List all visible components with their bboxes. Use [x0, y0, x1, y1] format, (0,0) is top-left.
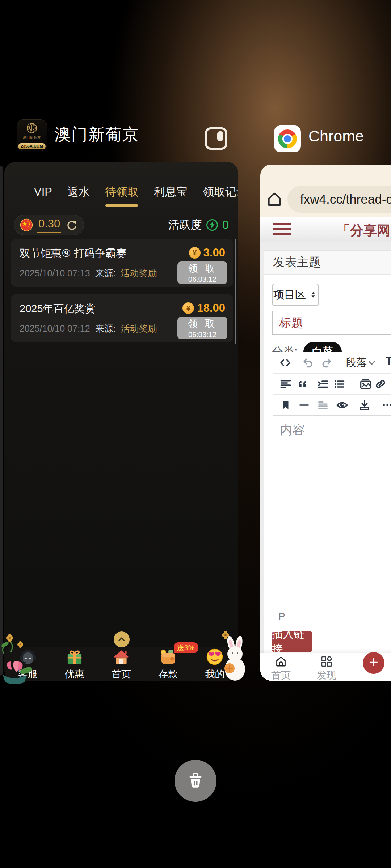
toolbar-row-2: [273, 373, 391, 394]
activity-bolt-icon: [206, 218, 219, 231]
balance-pill[interactable]: 0.30: [14, 215, 84, 235]
content-placeholder: 内容: [273, 416, 391, 438]
reward-card[interactable]: 双节钜惠⑨ 打码争霸赛 ¥ 3.00 2025/10/10 07:13 来源: …: [11, 239, 233, 287]
browser-toolbar: fxw4.cc/thread-create: [260, 186, 391, 213]
undo-icon[interactable]: [302, 357, 314, 369]
reward-source-label: 来源:: [95, 323, 116, 335]
new-post-plus-button[interactable]: +: [363, 652, 384, 674]
post-form-panel: 发表主题 项目区 分类: 白菜: [264, 250, 391, 681]
activity-label: 活跃度: [168, 217, 202, 233]
nav-item-cunkuan[interactable]: 送3% 存款: [145, 647, 192, 681]
clear-all-trash-button[interactable]: [175, 760, 216, 802]
hamburger-menu-icon[interactable]: [273, 223, 291, 235]
nav-item-youhui[interactable]: 优惠: [51, 647, 98, 681]
left-app-title: 澳门新葡京: [54, 124, 139, 145]
rabbit-decoration: [215, 631, 251, 681]
recents-screen: { "colors": { "gold_accent": "#D9B35C", …: [0, 0, 391, 868]
toolbar-row-3: [273, 394, 391, 415]
site-title: 「分享网」项: [337, 222, 391, 240]
reward-source-label: 来源:: [95, 267, 116, 279]
bullet-list-icon[interactable]: [333, 378, 345, 390]
tab-lixibao[interactable]: 利息宝: [154, 184, 188, 200]
reward-time: 2025/10/10 07:13: [20, 268, 90, 278]
url-bar[interactable]: fxw4.cc/thread-create: [287, 186, 391, 213]
left-app-card[interactable]: 任务 VIP 返水 待领取 利息宝 领取记录 0.30 活跃度: [4, 162, 238, 681]
title-input[interactable]: [272, 311, 391, 335]
active-tab-underline: [105, 204, 138, 207]
reward-meta: 2025/10/10 07:12 来源: 活动奖励: [20, 323, 157, 335]
claim-countdown: 06:03:12: [188, 331, 216, 339]
refresh-icon[interactable]: [66, 219, 78, 231]
code-icon[interactable]: [279, 357, 291, 369]
site-header: 「分享网」项: [260, 217, 391, 242]
reward-time: 2025/10/10 07:12: [20, 323, 90, 334]
tab-dailingqu[interactable]: 待领取: [105, 184, 139, 200]
activity-value: 0: [222, 218, 229, 232]
claim-button[interactable]: 领 取 06:03:12: [177, 317, 227, 339]
chrome-app-title: Chrome: [308, 127, 364, 145]
collapse-chevron-button[interactable]: [114, 631, 130, 647]
paragraph-select[interactable]: 段落: [346, 356, 367, 370]
browser-home-icon[interactable]: [266, 191, 283, 208]
forum-select[interactable]: 项目区: [272, 284, 319, 306]
align-left-icon[interactable]: [280, 378, 291, 390]
freeform-window-icon[interactable]: [205, 127, 227, 150]
home-outline-icon: [274, 655, 287, 668]
yuan-coin-icon: ¥: [189, 247, 201, 259]
horizontal-rule-icon[interactable]: [298, 399, 310, 411]
gift-icon: [65, 647, 84, 667]
claim-countdown: 06:03:12: [188, 275, 216, 284]
claim-button[interactable]: 领 取 06:03:12: [177, 261, 227, 284]
indent-icon[interactable]: [317, 378, 329, 390]
chevron-down-icon[interactable]: [367, 358, 377, 367]
discover-grid-icon: [320, 655, 333, 668]
bookmark-icon[interactable]: [280, 400, 291, 410]
reward-amount-wrap: ¥ 18.00: [182, 302, 225, 315]
activity-indicator: 活跃度 0: [168, 217, 229, 233]
redo-icon[interactable]: [321, 357, 333, 369]
sort-arrows-icon: [309, 290, 318, 299]
reward-source-value: 活动奖励: [121, 267, 157, 279]
more-ellipsis-icon[interactable]: [381, 399, 391, 411]
tab-vip[interactable]: VIP: [34, 186, 52, 199]
flower-decoration-left: [0, 632, 26, 658]
chrome-app-icon[interactable]: [274, 125, 301, 152]
left-app-icon[interactable]: 澳门新葡京 2356A.COM: [17, 119, 47, 151]
reward-card[interactable]: 2025年百亿奖赏 ¥ 18.00 2025/10/10 07:12 来源: 活…: [11, 294, 233, 342]
element-path-bar: P: [273, 609, 391, 624]
preview-eye-icon[interactable]: [336, 399, 349, 412]
chrome-logo-icon: [278, 129, 297, 148]
reward-amount: 3.00: [203, 246, 225, 259]
tab-lingqujilu[interactable]: 领取记录: [203, 184, 238, 200]
detail-list-icon[interactable]: [317, 399, 329, 411]
editor-toolbar: 段落 T: [273, 352, 391, 416]
house-icon: [112, 647, 131, 667]
link-icon[interactable]: [374, 378, 387, 390]
adjacent-card-edge[interactable]: [0, 166, 3, 676]
format-text-partial[interactable]: T: [386, 354, 391, 368]
nav-item-shouye[interactable]: 首页: [98, 647, 144, 681]
app-icon-domain-banner: 2356A.COM: [18, 143, 46, 149]
web-page: 「分享网」项 发表主题 项目区 分类: 白菜: [260, 217, 391, 681]
lotus-crown-icon: [24, 122, 39, 136]
chrome-card[interactable]: fxw4.cc/thread-create 「分享网」项 发表主题 项目区 分类…: [260, 165, 391, 681]
insert-link-button[interactable]: 插入链接: [272, 631, 312, 652]
scrollbar[interactable]: [235, 239, 236, 344]
tab-fanshui[interactable]: 返水: [67, 184, 90, 200]
url-text: fxw4.cc/thread-create: [300, 192, 391, 207]
app-icon-name-text: 澳门新葡京: [17, 135, 47, 140]
lotus-decoration: [0, 660, 35, 686]
image-icon[interactable]: [360, 378, 372, 390]
balance-row: 0.30 活跃度 0: [14, 215, 229, 235]
download-icon[interactable]: [358, 399, 371, 411]
balance-amount: 0.30: [37, 217, 61, 233]
trash-icon: [185, 771, 206, 791]
site-nav-discover[interactable]: 发现: [317, 655, 336, 681]
site-nav-home[interactable]: 首页: [271, 655, 291, 681]
blockquote-icon[interactable]: [298, 379, 308, 390]
left-app-bottom-nav: 客服 优惠 首页 送3%: [4, 647, 238, 681]
promo-tab-bar: 任务 VIP 返水 待领取 利息宝 领取记录: [4, 178, 238, 206]
content-editor[interactable]: 内容: [273, 416, 391, 609]
china-flag-icon: [20, 218, 33, 231]
reward-amount: 18.00: [197, 302, 225, 315]
